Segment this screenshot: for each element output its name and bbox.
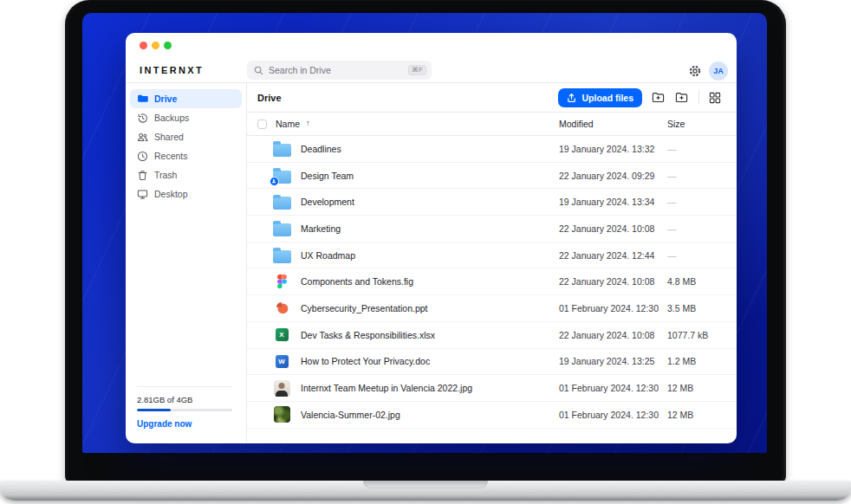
storage-usage-text: 2.81GB of 4GB bbox=[137, 395, 232, 404]
select-all-checkbox[interactable] bbox=[257, 120, 267, 129]
storage-widget: 2.81GB of 4GB Upgrade now bbox=[137, 395, 232, 429]
table-row[interactable]: Marketing 22 January 2024. 10:08 — bbox=[247, 216, 737, 242]
file-size: — bbox=[667, 197, 677, 207]
toolbar-separator bbox=[698, 91, 699, 104]
laptop-screen: INTERNXT Search in Drive ⌘F bbox=[65, 0, 786, 483]
file-name: Development bbox=[301, 197, 354, 207]
table-row[interactable]: Development 19 January 2024. 13:34 — bbox=[247, 189, 737, 216]
grid-view-icon bbox=[709, 92, 721, 104]
file-name: Internxt Team Meetup in Valencia 2022.jp… bbox=[301, 383, 472, 393]
window-topbar: INTERNXT Search in Drive ⌘F bbox=[126, 33, 737, 83]
sidebar-item-recents[interactable]: Recents bbox=[130, 146, 242, 165]
excel-file-icon: X bbox=[276, 328, 289, 341]
folder-icon bbox=[273, 197, 291, 210]
file-modified: 22 January 2024. 10:08 bbox=[559, 276, 654, 287]
sidebar-item-drive[interactable]: Drive bbox=[130, 89, 242, 108]
folder-icon bbox=[273, 250, 291, 263]
main-panel: Drive Upload files bbox=[247, 83, 737, 443]
settings-button[interactable] bbox=[688, 64, 702, 78]
upload-files-button[interactable]: Upload files bbox=[558, 88, 642, 107]
file-size: — bbox=[667, 144, 677, 154]
sidebar-item-label: Backups bbox=[154, 113, 189, 123]
zoom-window-button[interactable] bbox=[164, 42, 172, 49]
search-shortcut-badge: ⌘F bbox=[408, 65, 426, 75]
powerpoint-file-icon bbox=[276, 301, 289, 314]
sort-ascending-icon[interactable]: ↑ bbox=[306, 119, 310, 127]
sidebar-item-backups[interactable]: Backups bbox=[130, 108, 242, 127]
file-name: UX Roadmap bbox=[301, 250, 355, 261]
file-size: 1077.7 kB bbox=[667, 330, 708, 340]
column-header-modified[interactable]: Modified bbox=[559, 119, 594, 129]
search-placeholder: Search in Drive bbox=[269, 65, 403, 75]
traffic-lights bbox=[140, 42, 172, 49]
file-name: Deadlines bbox=[301, 144, 341, 154]
users-icon bbox=[137, 132, 148, 143]
upload-icon bbox=[567, 93, 576, 103]
file-modified: 01 February 2024. 12:30 bbox=[559, 410, 659, 420]
search-input[interactable]: Search in Drive ⌘F bbox=[247, 61, 432, 80]
file-modified: 22 January 2024. 09:29 bbox=[559, 171, 654, 181]
file-size: — bbox=[667, 223, 677, 234]
page-title: Drive bbox=[257, 93, 282, 103]
table-row[interactable]: W How to Protect Your Privacy.doc 19 Jan… bbox=[247, 349, 737, 376]
upload-folder-button[interactable] bbox=[652, 91, 666, 104]
sidebar-item-trash[interactable]: Trash bbox=[130, 165, 242, 184]
table-row[interactable]: Deadlines 19 January 2024. 13:32 — bbox=[247, 136, 737, 163]
create-folder-button[interactable] bbox=[675, 91, 689, 104]
table-row[interactable]: X Dev Tasks & Responsibilities.xlsx 22 J… bbox=[247, 322, 737, 349]
laptop-mockup: INTERNXT Search in Drive ⌘F bbox=[0, 0, 851, 504]
new-folder-icon bbox=[675, 92, 688, 103]
photo-thumbnail bbox=[274, 380, 290, 397]
file-size: — bbox=[667, 171, 677, 181]
monitor-icon bbox=[137, 189, 148, 200]
sidebar-item-label: Shared bbox=[154, 132, 184, 142]
sidebar-item-label: Trash bbox=[154, 170, 177, 180]
file-modified: 01 February 2024. 12:30 bbox=[559, 383, 659, 393]
avatar[interactable]: JA bbox=[709, 61, 728, 81]
app-body: Drive Backups bbox=[126, 83, 737, 443]
file-name: Marketing bbox=[301, 223, 341, 234]
sidebar-item-desktop[interactable]: Desktop bbox=[130, 184, 242, 204]
table-row[interactable]: Valencia-Summer-02.jpg 01 February 2024.… bbox=[247, 402, 737, 429]
file-size: 12 MB bbox=[667, 383, 693, 393]
internxt-drive-window: INTERNXT Search in Drive ⌘F bbox=[126, 33, 737, 443]
file-name: Valencia-Summer-02.jpg bbox=[301, 410, 400, 420]
sidebar-item-label: Recents bbox=[154, 151, 188, 161]
file-modified: 19 January 2024. 13:32 bbox=[559, 144, 654, 154]
table-row[interactable]: UX Roadmap 22 January 2024. 12:44 — bbox=[247, 242, 737, 269]
file-name: Design Team bbox=[301, 171, 354, 181]
file-modified: 19 January 2024. 13:25 bbox=[559, 356, 654, 366]
gear-icon bbox=[688, 64, 702, 78]
folder-plus-icon bbox=[652, 92, 665, 103]
internxt-logo: INTERNXT bbox=[140, 65, 204, 75]
table-row[interactable]: Internxt Team Meetup in Valencia 2022.jp… bbox=[247, 375, 737, 402]
sidebar-item-label: Drive bbox=[154, 94, 177, 104]
minimize-window-button[interactable] bbox=[152, 42, 159, 49]
file-modified: 22 January 2024. 10:08 bbox=[559, 330, 654, 340]
file-modified: 19 January 2024. 13:34 bbox=[559, 197, 654, 207]
storage-divider bbox=[137, 386, 232, 387]
sidebar-item-shared[interactable]: Shared bbox=[130, 127, 242, 146]
table-row[interactable]: Cybersecurity_Presentation.ppt 01 Februa… bbox=[247, 295, 737, 322]
table-row[interactable]: Components and Tokens.fig 22 January 202… bbox=[247, 268, 737, 295]
file-size: 3.5 MB bbox=[667, 303, 696, 313]
column-header-name[interactable]: Name bbox=[276, 119, 300, 129]
close-window-button[interactable] bbox=[140, 42, 147, 49]
column-header-size[interactable]: Size bbox=[667, 119, 685, 129]
upgrade-link[interactable]: Upgrade now bbox=[137, 419, 232, 429]
clock-icon bbox=[137, 151, 148, 162]
grid-view-button[interactable] bbox=[709, 91, 723, 104]
file-modified: 22 January 2024. 10:08 bbox=[559, 223, 654, 234]
laptop-base bbox=[0, 481, 851, 501]
table-header: Name ↑ Modified Size bbox=[247, 113, 737, 136]
sidebar: Drive Backups bbox=[126, 83, 247, 443]
search-icon bbox=[254, 66, 263, 75]
file-modified: 01 February 2024. 12:30 bbox=[559, 303, 659, 313]
file-size: 1.2 MB bbox=[667, 356, 696, 366]
storage-progress-fill bbox=[137, 409, 171, 411]
file-name: Cybersecurity_Presentation.ppt bbox=[301, 303, 428, 313]
file-size: — bbox=[667, 250, 677, 261]
desktop-wallpaper: INTERNXT Search in Drive ⌘F bbox=[82, 13, 767, 453]
shared-folder-icon bbox=[273, 171, 291, 184]
table-row[interactable]: Design Team 22 January 2024. 09:29 — bbox=[247, 163, 737, 190]
